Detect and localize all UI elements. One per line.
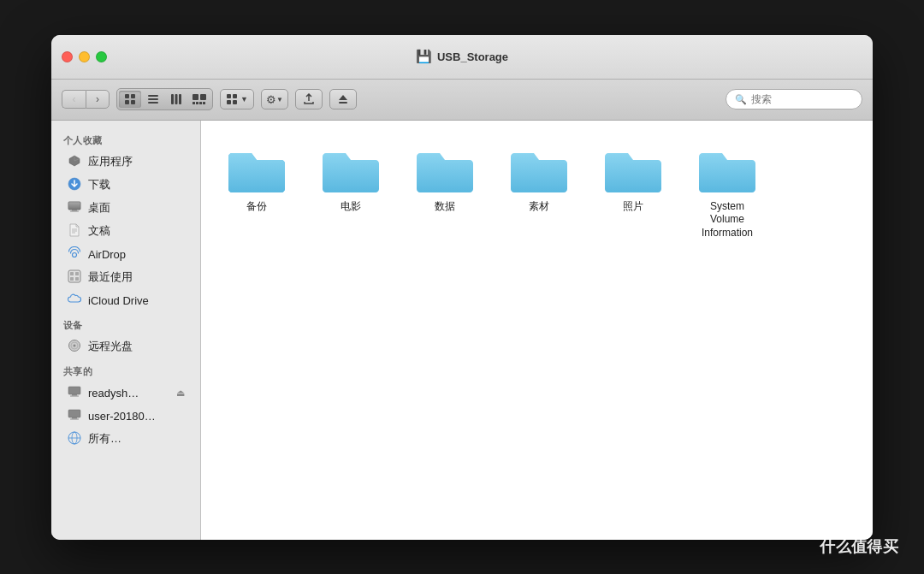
sidebar-item-documents[interactable]: 文稿 bbox=[55, 220, 197, 243]
svg-rect-15 bbox=[203, 102, 205, 104]
svg-rect-7 bbox=[171, 94, 174, 104]
svg-rect-5 bbox=[148, 98, 158, 100]
folder-item-data[interactable]: 数据 bbox=[406, 138, 483, 247]
svg-rect-17 bbox=[233, 94, 237, 98]
sidebar: 个人收藏 应用程序 bbox=[51, 121, 201, 540]
svg-rect-35 bbox=[75, 277, 79, 281]
readysh-icon bbox=[67, 385, 82, 401]
sidebar-item-recents[interactable]: 最近使用 bbox=[55, 266, 197, 289]
documents-icon bbox=[67, 223, 82, 240]
folder-name-materials: 素材 bbox=[529, 200, 549, 214]
search-box[interactable]: 🔍 bbox=[726, 89, 862, 109]
watermark: 什么值得买 bbox=[820, 536, 898, 557]
column-view-button[interactable] bbox=[165, 91, 187, 108]
folder-icon-data bbox=[414, 145, 476, 196]
titlebar: 💾 USB_Storage bbox=[51, 35, 873, 80]
svg-point-37 bbox=[74, 344, 76, 346]
icloud-label: iCloud Drive bbox=[88, 294, 185, 307]
folder-name-sysvolinfo: System VolumeInformation bbox=[696, 200, 759, 240]
svg-marker-20 bbox=[339, 95, 347, 100]
svg-rect-13 bbox=[196, 102, 198, 104]
all-icon bbox=[67, 431, 82, 447]
cover-view-button[interactable] bbox=[188, 91, 210, 108]
user2018-label: user-20180… bbox=[88, 410, 185, 423]
svg-rect-21 bbox=[339, 102, 347, 104]
svg-rect-14 bbox=[199, 102, 202, 104]
sidebar-item-all[interactable]: 所有… bbox=[55, 428, 197, 451]
documents-label: 文稿 bbox=[88, 223, 185, 239]
close-button[interactable] bbox=[62, 51, 73, 62]
minimize-button[interactable] bbox=[79, 51, 90, 62]
recents-icon bbox=[67, 269, 82, 286]
folder-icon-photos bbox=[602, 145, 664, 196]
toolbar: ‹ › bbox=[51, 80, 873, 121]
folder-item-movies[interactable]: 电影 bbox=[312, 138, 389, 247]
sidebar-item-airdrop[interactable]: AirDrop bbox=[55, 243, 197, 266]
maximize-button[interactable] bbox=[96, 51, 107, 62]
finder-window: 💾 USB_Storage ‹ › bbox=[51, 35, 873, 540]
sidebar-item-icloud[interactable]: iCloud Drive bbox=[55, 289, 197, 312]
icon-view-button[interactable] bbox=[119, 91, 141, 108]
svg-rect-34 bbox=[70, 277, 74, 281]
title-text: USB_Storage bbox=[437, 50, 508, 63]
folder-item-photos[interactable]: 照片 bbox=[595, 138, 672, 247]
folder-item-sysvolinfo[interactable]: System VolumeInformation bbox=[689, 138, 766, 247]
arrange-button[interactable]: ▼ bbox=[220, 89, 254, 109]
svg-rect-8 bbox=[175, 94, 178, 104]
forward-button[interactable]: › bbox=[86, 90, 110, 109]
svg-rect-1 bbox=[131, 94, 135, 98]
applications-label: 应用程序 bbox=[88, 154, 185, 169]
desktop-label: 桌面 bbox=[88, 200, 185, 216]
search-icon: 🔍 bbox=[735, 94, 747, 105]
sidebar-item-remote-disc[interactable]: 远程光盘 bbox=[55, 335, 197, 358]
sidebar-section-shared: 共享的 bbox=[51, 358, 200, 382]
action-button[interactable]: ⚙ ▼ bbox=[261, 89, 288, 109]
share-button[interactable] bbox=[295, 89, 323, 109]
svg-rect-11 bbox=[200, 94, 206, 100]
sidebar-item-desktop[interactable]: 桌面 bbox=[55, 197, 197, 220]
svg-rect-25 bbox=[72, 210, 77, 211]
sidebar-item-user2018[interactable]: user-20180… bbox=[55, 405, 197, 428]
svg-rect-18 bbox=[227, 100, 231, 104]
readysh-badge: ⏏ bbox=[176, 388, 185, 399]
sidebar-item-readysh[interactable]: readysh… ⏏ bbox=[55, 382, 197, 405]
sidebar-item-applications[interactable]: 应用程序 bbox=[55, 151, 197, 174]
arrange-chevron: ▼ bbox=[240, 95, 248, 104]
folder-item-materials[interactable]: 素材 bbox=[500, 138, 578, 247]
downloads-label: 下载 bbox=[88, 177, 185, 192]
airdrop-label: AirDrop bbox=[88, 248, 185, 261]
svg-rect-10 bbox=[192, 94, 198, 100]
view-buttons bbox=[116, 88, 213, 110]
window-title: 💾 USB_Storage bbox=[416, 49, 508, 64]
gear-icon: ⚙ bbox=[266, 93, 276, 106]
sidebar-section-devices: 设备 bbox=[51, 312, 200, 335]
svg-rect-26 bbox=[70, 210, 79, 211]
applications-icon bbox=[67, 154, 82, 170]
forward-icon: › bbox=[96, 93, 99, 105]
svg-rect-43 bbox=[72, 417, 77, 419]
svg-rect-32 bbox=[70, 272, 74, 275]
svg-rect-41 bbox=[70, 395, 79, 396]
search-input[interactable] bbox=[751, 93, 854, 105]
title-icon: 💾 bbox=[416, 49, 432, 64]
folder-name-backup: 备份 bbox=[246, 200, 267, 214]
svg-rect-19 bbox=[233, 100, 237, 104]
eject-button[interactable] bbox=[329, 89, 357, 109]
icloud-icon bbox=[67, 293, 82, 309]
content-area: 个人收藏 应用程序 bbox=[51, 121, 873, 540]
svg-rect-3 bbox=[131, 100, 135, 104]
svg-rect-24 bbox=[68, 202, 80, 210]
svg-rect-9 bbox=[179, 94, 181, 104]
sidebar-item-downloads[interactable]: 下载 bbox=[55, 174, 197, 197]
folder-grid: 备份 bbox=[218, 138, 856, 247]
svg-rect-40 bbox=[72, 394, 77, 396]
svg-point-30 bbox=[73, 252, 77, 257]
list-view-button[interactable] bbox=[142, 91, 164, 108]
folder-icon-sysvolinfo bbox=[696, 145, 758, 196]
svg-rect-0 bbox=[125, 94, 129, 98]
back-button[interactable]: ‹ bbox=[62, 90, 86, 109]
action-chevron: ▼ bbox=[276, 96, 283, 104]
folder-item-backup[interactable]: 备份 bbox=[218, 138, 295, 247]
svg-rect-42 bbox=[68, 410, 80, 417]
all-label: 所有… bbox=[88, 431, 185, 447]
